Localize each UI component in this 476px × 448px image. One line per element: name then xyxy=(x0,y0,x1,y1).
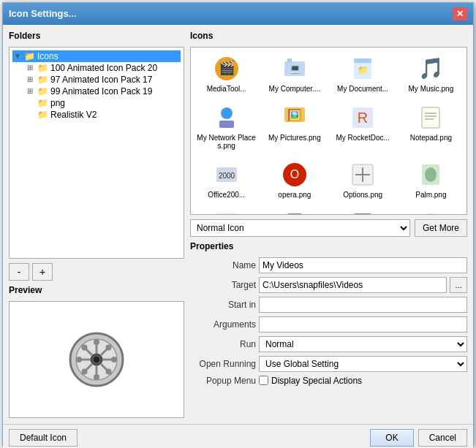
film-reel-icon xyxy=(67,330,126,389)
run-label: Run xyxy=(190,339,256,349)
icon-item-2[interactable]: 📁 My Document... xyxy=(330,50,396,96)
icons-box[interactable]: 🎬 MediaTool... 💻 My Computer.... 📁 xyxy=(190,47,467,215)
arguments-row: Arguments xyxy=(190,316,467,333)
icon-item-15[interactable] xyxy=(398,205,464,215)
icon-img-6: R xyxy=(348,103,377,132)
expander-icon: ⊞ xyxy=(27,87,37,95)
tree-root-label: Icons xyxy=(37,51,58,61)
folder-icon: 📁 xyxy=(37,110,48,120)
svg-rect-24 xyxy=(287,58,292,63)
folders-label: Folders xyxy=(9,31,184,41)
icon-type-select[interactable]: Normal Icon Large Icon Small Icon xyxy=(190,219,410,237)
folder-icon: 📁 xyxy=(24,51,35,61)
right-panel: Icons 🎬 MediaTool... 💻 My Computer xyxy=(190,31,467,418)
icon-label-3: My Music.png xyxy=(409,85,454,93)
svg-point-12 xyxy=(94,339,99,345)
ok-button[interactable]: OK xyxy=(370,429,413,447)
icon-item-3[interactable]: 🎵 My Music.png xyxy=(398,50,464,96)
svg-point-15 xyxy=(111,357,117,362)
icon-item-10[interactable]: Options.png xyxy=(330,156,396,202)
icon-label-2: My Document... xyxy=(337,85,388,93)
icon-item-1[interactable]: 💻 My Computer.... xyxy=(262,50,327,96)
icons-label: Icons xyxy=(190,31,467,41)
icon-item-7[interactable]: Notepad.png xyxy=(398,99,464,153)
preview-label: Preview xyxy=(9,285,184,295)
expander-icon: ⊞ xyxy=(27,64,37,72)
icon-img-1: 💻 xyxy=(280,54,309,83)
start-in-row: Start in xyxy=(190,297,467,313)
run-select[interactable]: Normal Minimized Maximized xyxy=(259,336,467,352)
icon-label-9: opera.png xyxy=(278,191,311,199)
icon-item-12[interactable] xyxy=(194,205,259,215)
folders-box: ▼ 📁 Icons ⊞ 📁 100 Animated Icon Pack 20 … xyxy=(9,47,184,259)
icon-label-7: Notepad.png xyxy=(410,134,452,142)
icon-item-4[interactable]: 🌐 My Network Places.png xyxy=(194,99,259,153)
browse-button[interactable]: ... xyxy=(450,277,467,293)
icon-img-2: 📁 xyxy=(348,54,377,83)
add-folder-button[interactable]: + xyxy=(32,263,53,281)
icon-item-6[interactable]: R My RocketDoc... xyxy=(330,99,396,153)
svg-rect-54 xyxy=(354,213,371,215)
start-in-input[interactable] xyxy=(259,297,467,313)
svg-rect-49 xyxy=(216,213,237,215)
arguments-input[interactable] xyxy=(259,316,467,333)
svg-text:🖼️: 🖼️ xyxy=(287,108,302,122)
popup-menu-row: Popup Menu Display Special Actions xyxy=(190,376,467,386)
popup-menu-checkbox-row: Display Special Actions xyxy=(259,376,362,386)
icon-img-9: O xyxy=(280,160,309,189)
icon-item-5[interactable]: 🖼️ My Pictures.png xyxy=(262,99,327,153)
default-icon-button[interactable]: Default Icon xyxy=(9,429,78,447)
svg-point-48 xyxy=(425,167,437,182)
get-more-button[interactable]: Get More xyxy=(415,219,467,237)
close-button[interactable]: ✕ xyxy=(453,7,467,20)
svg-text:📁: 📁 xyxy=(358,64,369,75)
svg-text:🌐: 🌐 xyxy=(222,109,231,118)
dialog-title: Icon Settings... xyxy=(9,8,76,19)
icon-label-5: My Pictures.png xyxy=(268,134,321,142)
svg-point-13 xyxy=(94,374,99,380)
icon-item-8[interactable]: 2000 Office200... xyxy=(194,156,259,202)
tree-item-label-0: 100 Animated Icon Pack 20 xyxy=(50,63,157,73)
icon-item-11[interactable]: Palm.png xyxy=(398,156,464,202)
icon-item-0[interactable]: 🎬 MediaTool... xyxy=(194,50,259,96)
icon-img-14 xyxy=(348,209,377,215)
svg-text:2000: 2000 xyxy=(219,172,235,180)
folder-controls: - + xyxy=(9,263,184,281)
icon-item-9[interactable]: O opera.png xyxy=(262,156,327,202)
icon-img-13 xyxy=(280,209,309,215)
tree-item-0[interactable]: ⊞ 📁 100 Animated Icon Pack 20 xyxy=(12,62,181,74)
expander-icon: ⊞ xyxy=(27,75,37,83)
name-row: Name xyxy=(190,257,467,273)
name-label: Name xyxy=(190,260,256,270)
expander-icon: ▼ xyxy=(14,52,24,60)
run-row: Run Normal Minimized Maximized xyxy=(190,336,467,352)
icon-img-5: 🖼️ xyxy=(280,103,309,132)
tree-item-3[interactable]: 📁 png xyxy=(12,97,181,109)
popup-menu-checkbox-label: Display Special Actions xyxy=(271,376,362,386)
popup-menu-checkbox[interactable] xyxy=(259,376,268,385)
tree-item-2[interactable]: ⊞ 📁 99 Animated Icon Pack 19 xyxy=(12,86,181,97)
icon-img-8: 2000 xyxy=(212,160,241,189)
icon-item-14[interactable] xyxy=(330,205,396,215)
open-running-select[interactable]: Use Global Setting Always Never xyxy=(259,356,467,372)
tree-item-4[interactable]: 📁 Realistik V2 xyxy=(12,109,181,121)
tree-item-label-2: 99 Animated Icon Pack 19 xyxy=(50,86,152,96)
cancel-button[interactable]: Cancel xyxy=(418,429,467,447)
preview-box xyxy=(9,301,184,418)
name-input[interactable] xyxy=(259,257,467,273)
svg-text:R: R xyxy=(358,110,368,126)
icon-item-13[interactable] xyxy=(262,205,327,215)
icon-label-10: Options.png xyxy=(343,191,382,199)
svg-point-3 xyxy=(94,357,99,362)
target-input[interactable] xyxy=(259,277,447,293)
preview-inner xyxy=(10,302,184,417)
icon-img-15 xyxy=(416,209,445,215)
tree-item-1[interactable]: ⊞ 📁 97 Animated Icon Pack 17 xyxy=(12,74,181,86)
icon-label-11: Palm.png xyxy=(415,191,446,199)
remove-folder-button[interactable]: - xyxy=(9,263,29,281)
icon-img-0: 🎬 xyxy=(212,54,241,83)
dialog-body: Folders ▼ 📁 Icons ⊞ 📁 100 Animated Icon … xyxy=(3,25,473,424)
tree-root-icons[interactable]: ▼ 📁 Icons xyxy=(12,50,181,62)
folder-icon: 📁 xyxy=(37,86,48,96)
icons-grid: 🎬 MediaTool... 💻 My Computer.... 📁 xyxy=(194,50,464,215)
